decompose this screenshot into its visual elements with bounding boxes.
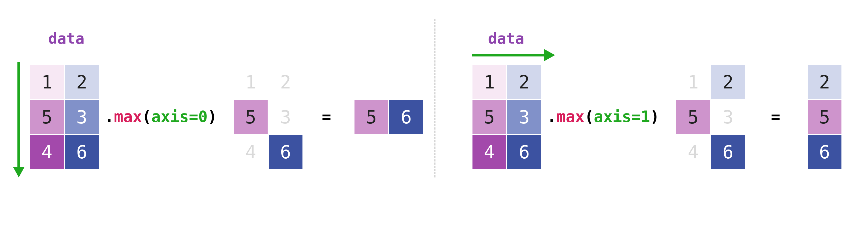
- matrix-cell: 2: [268, 64, 303, 100]
- axis-text: axis=0: [152, 108, 208, 126]
- matrix-cell: 4: [472, 134, 507, 169]
- matrix-cell: 5: [472, 100, 507, 134]
- matrix-cell: 5: [676, 100, 711, 134]
- data-label-left: data: [48, 30, 85, 47]
- matrix-cell: 1: [472, 64, 507, 100]
- axis1-input-matrix: 1 2 5 3 4 6: [472, 64, 542, 169]
- result-cell: 6: [807, 134, 842, 169]
- matrix-cell: 5: [233, 100, 268, 134]
- paren-close: ): [650, 108, 659, 126]
- axis1-expression: .max(axis=1) =: [547, 108, 687, 126]
- equals2-left: =: [322, 108, 331, 126]
- dot: .: [547, 108, 556, 126]
- matrix-cell: 3: [507, 100, 542, 134]
- axis-text: axis=1: [594, 108, 650, 126]
- matrix-cell: 1: [30, 64, 64, 100]
- axis0-expression: .max(axis=0) =: [104, 108, 245, 126]
- matrix-cell: 2: [711, 64, 745, 100]
- matrix-cell: 3: [268, 100, 303, 134]
- axis0-highlight-matrix: 1 2 5 3 4 6: [233, 64, 303, 169]
- matrix-cell: 5: [30, 100, 64, 134]
- matrix-cell: 4: [233, 134, 268, 169]
- axis1-highlight-matrix: 1 2 5 3 4 6: [676, 64, 745, 169]
- axis1-panel: data 1 2 5 3 4 6 .max(axis=1) = 1 2 5 3 …: [440, 0, 868, 235]
- paren-open: (: [142, 108, 152, 126]
- matrix-cell: 1: [233, 64, 268, 100]
- matrix-cell: 1: [676, 64, 711, 100]
- result-cell: 2: [807, 64, 842, 100]
- matrix-cell: 6: [507, 134, 542, 169]
- matrix-cell: 6: [268, 134, 303, 169]
- axis0-panel: data 1 2 5 3 4 6 .max(axis=0) = 1 2 5 3 …: [0, 0, 440, 235]
- matrix-cell: 3: [711, 100, 745, 134]
- result-cell: 5: [807, 100, 842, 134]
- axis1-result: 2 5 6: [807, 64, 842, 169]
- matrix-cell: 2: [64, 64, 99, 100]
- matrix-cell: 6: [64, 134, 99, 169]
- matrix-cell: 4: [676, 134, 711, 169]
- axis0-input-matrix: 1 2 5 3 4 6: [30, 64, 99, 169]
- method-name: max: [556, 108, 585, 126]
- matrix-cell: 6: [711, 134, 745, 169]
- matrix-cell: 2: [507, 64, 542, 100]
- paren-open: (: [585, 108, 594, 126]
- result-cell: 5: [354, 100, 389, 134]
- axis0-result: 5 6: [354, 100, 424, 134]
- matrix-cell: 4: [30, 134, 64, 169]
- result-cell: 6: [389, 100, 424, 134]
- svg-marker-1: [13, 167, 25, 178]
- equals2-right: =: [771, 108, 780, 126]
- paren-close: ): [208, 108, 217, 126]
- data-label-right: data: [488, 30, 524, 47]
- svg-marker-3: [544, 49, 555, 61]
- axis1-arrow-icon: [472, 47, 555, 63]
- axis0-arrow-icon: [11, 62, 27, 178]
- method-name: max: [114, 108, 142, 126]
- dot: .: [104, 108, 114, 126]
- matrix-cell: 3: [64, 100, 99, 134]
